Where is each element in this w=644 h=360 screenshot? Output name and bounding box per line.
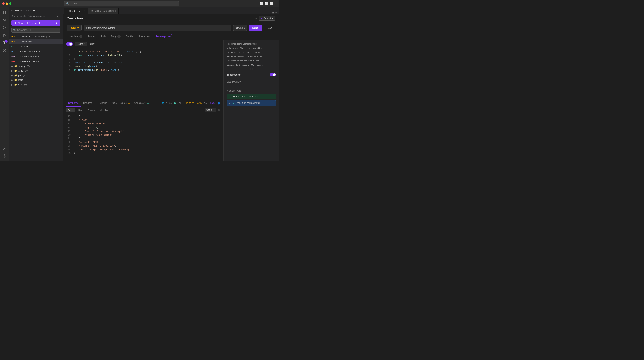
activity-explorer[interactable]	[1, 9, 8, 16]
copy-button[interactable]: ⧉	[218, 108, 220, 112]
new-request-button[interactable]: ＋ New HTTP Request ▼	[12, 20, 60, 26]
tab-label: Create New	[69, 10, 81, 12]
snippet-response-time[interactable]: Response time is less than 200ms	[224, 59, 279, 63]
sidebar-item-update-info[interactable]: PAT Update Information	[9, 54, 63, 59]
resp-line-21: 21 },	[63, 137, 223, 141]
send-button[interactable]: Send	[249, 25, 262, 31]
resp-tab-headers[interactable]: Headers (7)	[81, 100, 98, 107]
code-line-4: 4 const name = response.json.json.name;	[63, 61, 223, 65]
environment-selector[interactable]: Default ▾	[259, 16, 275, 21]
tab-create-new[interactable]: ● Create New ✕	[64, 8, 88, 14]
layout-icon[interactable]: ⬜	[265, 2, 268, 5]
tab-cookie[interactable]: Cookie	[123, 33, 136, 40]
activity-avatar[interactable]	[1, 145, 8, 152]
encoding-label: UTF-8	[206, 109, 212, 111]
resp-tab-console[interactable]: Console (1)	[132, 100, 151, 107]
snippet-errstr-field[interactable]: Value of 'errstr' field in response JSO.…	[224, 46, 279, 50]
script-type-button[interactable]: Script ▾	[75, 42, 87, 46]
activity-api[interactable]	[1, 47, 8, 54]
sidebar-item-get-list[interactable]: GET Get List	[9, 44, 63, 49]
protocol-selector[interactable]: http/1.1 ▾	[233, 25, 247, 31]
script-toggle[interactable]	[66, 42, 73, 46]
snippet-response-contains[interactable]: Response body: Contains string	[224, 42, 279, 46]
sidebar-more-button[interactable]: ···	[58, 9, 60, 12]
sidebar-item-create-new[interactable]: POST Create New	[9, 39, 63, 44]
resp-tab-cookie[interactable]: Cookie	[98, 100, 109, 107]
sidebar-item-replace-info[interactable]: PUT Replace Information	[9, 49, 63, 54]
folder-user[interactable]: ▶ 📁 user (7)	[9, 82, 63, 87]
tab-path[interactable]: Path	[98, 33, 108, 40]
response-body[interactable]: 15 }, 16 "json": { 17 "Role": "Admin",	[63, 113, 223, 161]
upload-icon[interactable]: ↑	[59, 15, 60, 17]
breadcrumb-item-2[interactable]: Cora personal ...	[29, 15, 45, 17]
forward-button[interactable]: ›	[19, 1, 22, 6]
search-input[interactable]	[17, 29, 59, 31]
sidebar-search[interactable]: 🔍	[12, 27, 60, 32]
activity-settings[interactable]	[1, 152, 8, 159]
folder-store[interactable]: ▶ 📁 store (4)	[9, 78, 63, 82]
activity-run[interactable]	[1, 32, 8, 39]
request-label: Create New	[20, 40, 32, 43]
more-tabs-icon[interactable]: ···	[275, 11, 278, 14]
search-icon: 🔍	[13, 29, 16, 31]
more-icon[interactable]: ···	[274, 2, 277, 5]
fullscreen-window-button[interactable]	[9, 2, 12, 5]
assertion-item-names-match[interactable]: ▶ ✓ Assertion names match	[227, 100, 276, 106]
method-badge-post: POST	[12, 36, 18, 38]
activity-git[interactable]	[1, 24, 8, 31]
settings-icon[interactable]: ⚙	[255, 17, 257, 20]
format-visualize-button[interactable]: Visualize	[98, 108, 110, 112]
format-preview-button[interactable]: Preview	[86, 108, 97, 112]
save-button[interactable]: Save	[264, 25, 275, 31]
activity-search[interactable]	[1, 16, 8, 23]
url-input[interactable]	[84, 25, 231, 31]
tab-global-para[interactable]: ⚙ Global Para Settings	[88, 8, 119, 14]
request-tabs: Headers 1 Params Path Body 1 Cookie Pre-…	[63, 33, 279, 40]
svg-point-15	[4, 147, 5, 148]
activity-extensions[interactable]: 1	[1, 39, 8, 46]
format-raw-button[interactable]: Raw	[76, 108, 84, 112]
response-status: 🌐 Status: 200 Time: 18:23:28 1.029s Size…	[162, 102, 220, 105]
sync-icon[interactable]: ↻	[56, 15, 58, 17]
svg-rect-13	[4, 43, 6, 44]
resp-tab-response[interactable]: Response	[66, 100, 81, 107]
resp-line-23: 23 "origin": "114.242.33.198",	[63, 144, 223, 148]
split-icon[interactable]: ⬜	[270, 2, 273, 5]
nav-buttons: ‹ ›	[14, 1, 23, 6]
resp-line-18: 18 "age": 30,	[63, 126, 223, 130]
sidebar-item-delete-info[interactable]: DEL Delete Information	[9, 59, 63, 64]
title-right-actions: ⚙ Default ▾	[255, 16, 275, 21]
svg-rect-1	[5, 11, 6, 12]
code-line-1: 1 pm.test("Status code: Code is 200", fu…	[63, 50, 223, 54]
folder-icon: 📁	[14, 74, 17, 77]
assertion-item-status-code[interactable]: ✓ Status code: Code is 200	[227, 94, 276, 99]
tab-body[interactable]: Body 1	[108, 33, 123, 40]
close-window-button[interactable]	[2, 2, 4, 5]
expand-icon: ▶	[229, 102, 230, 104]
format-pretty-button[interactable]: Pretty	[66, 108, 75, 112]
snippet-post-success[interactable]: Status code: Successful POST request	[224, 63, 279, 67]
back-button[interactable]: ‹	[14, 1, 18, 6]
tab-headers[interactable]: Headers 1	[67, 33, 85, 40]
tab-params[interactable]: Params	[85, 33, 98, 40]
sidebar-toggle-icon[interactable]: ⬜	[260, 2, 263, 5]
tab-post-response[interactable]: Post-response	[153, 33, 173, 40]
snippet-response-equal-string[interactable]: Response body: Is equal to a string	[224, 50, 279, 54]
folder-apis[interactable]: ▶ 📁 APIs (10)	[9, 68, 63, 73]
split-editor-icon[interactable]: ⊞	[272, 11, 274, 14]
code-editor[interactable]: 1 pm.test("Status code: Code is 200", fu…	[63, 48, 223, 100]
minimize-window-button[interactable]	[6, 2, 8, 5]
tab-pre-request[interactable]: Pre-request	[136, 33, 153, 40]
tab-close-button[interactable]: ✕	[84, 10, 86, 12]
folder-pet[interactable]: ▶ 📁 pet (9)	[9, 73, 63, 78]
method-selector[interactable]: POST ▾	[67, 25, 82, 31]
test-results-toggle[interactable]	[270, 73, 276, 76]
folder-testing[interactable]: ▶ 📁 Testing (2)	[9, 64, 63, 68]
sidebar-item-creates-list[interactable]: POST Creates list of users with given i.…	[9, 34, 63, 39]
global-search-bar[interactable]: 🔍 Search	[64, 1, 179, 6]
resp-tab-actual-request[interactable]: Actual Request	[110, 100, 132, 107]
folder-name: user	[18, 83, 22, 86]
snippet-content-type[interactable]: Response headers: Content-Type hea...	[224, 54, 279, 59]
breadcrumb-item-1[interactable]: Cora personal ...	[12, 15, 27, 17]
encoding-selector[interactable]: UTF-8 ▾	[205, 108, 216, 112]
